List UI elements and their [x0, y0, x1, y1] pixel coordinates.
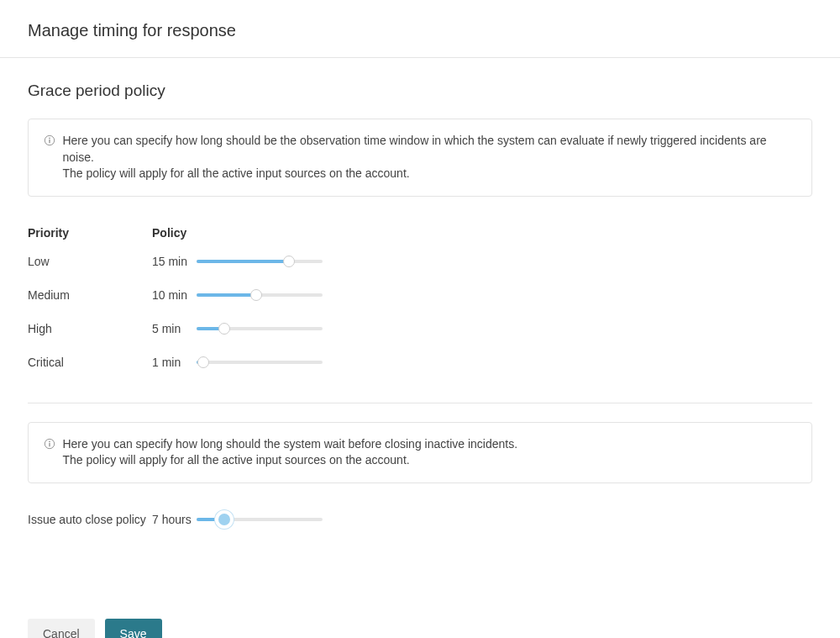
info-line-2: The policy will apply for all the active… — [62, 453, 409, 467]
svg-point-4 — [49, 440, 50, 442]
auto-close-row: Issue auto close policy 7 hours — [28, 513, 812, 526]
priority-label-high: High — [28, 322, 152, 335]
policy-value-low: 15 min — [152, 255, 197, 268]
section-title: Grace period policy — [28, 82, 812, 100]
slider-fill — [197, 293, 256, 297]
slider-medium[interactable] — [197, 288, 323, 302]
content-area: Grace period policy Here you can specify… — [0, 58, 840, 638]
slider-auto-close[interactable] — [197, 513, 323, 526]
button-bar: Cancel Save — [28, 619, 812, 638]
svg-rect-2 — [49, 140, 50, 143]
cancel-button[interactable]: Cancel — [28, 619, 95, 638]
slider-thumb[interactable] — [215, 510, 234, 529]
slider-fill — [197, 260, 289, 263]
grace-period-info-box: Here you can specify how long should be … — [28, 119, 812, 197]
policy-value-critical: 1 min — [152, 356, 197, 369]
info-line-1: Here you can specify how long should be … — [62, 134, 766, 164]
page-title: Manage timing for response — [0, 0, 840, 57]
slider-high[interactable] — [197, 322, 323, 335]
table-row: Critical 1 min — [28, 356, 812, 369]
svg-rect-5 — [49, 443, 50, 446]
svg-point-1 — [49, 138, 50, 140]
grace-period-info-text: Here you can specify how long should be … — [62, 133, 791, 182]
auto-close-info-text: Here you can specify how long should the… — [62, 436, 791, 469]
table-header-row: Priority Policy — [28, 226, 812, 240]
info-line-2: The policy will apply for all the active… — [62, 166, 409, 180]
slider-thumb[interactable] — [197, 356, 209, 368]
priority-label-medium: Medium — [28, 288, 152, 302]
auto-close-info-box: Here you can specify how long should the… — [28, 422, 812, 483]
slider-thumb[interactable] — [250, 289, 262, 301]
priority-header: Priority — [28, 226, 152, 240]
priority-label-critical: Critical — [28, 356, 152, 369]
slider-thumb[interactable] — [283, 256, 295, 267]
save-button[interactable]: Save — [105, 619, 162, 638]
slider-track — [197, 361, 323, 364]
info-line-1: Here you can specify how long should the… — [62, 437, 517, 451]
slider-thumb[interactable] — [218, 323, 230, 335]
policy-header: Policy — [152, 226, 197, 240]
slider-critical[interactable] — [197, 356, 323, 369]
policy-value-high: 5 min — [152, 322, 197, 335]
section-divider — [28, 403, 812, 403]
info-icon — [44, 134, 55, 146]
info-icon — [44, 438, 55, 450]
auto-close-label: Issue auto close policy — [28, 513, 152, 526]
table-row: Low 15 min — [28, 255, 812, 268]
priority-label-low: Low — [28, 255, 152, 268]
policy-value-medium: 10 min — [152, 288, 197, 302]
slider-low[interactable] — [197, 255, 323, 268]
auto-close-value: 7 hours — [152, 513, 197, 526]
table-row: High 5 min — [28, 322, 812, 335]
table-row: Medium 10 min — [28, 288, 812, 302]
